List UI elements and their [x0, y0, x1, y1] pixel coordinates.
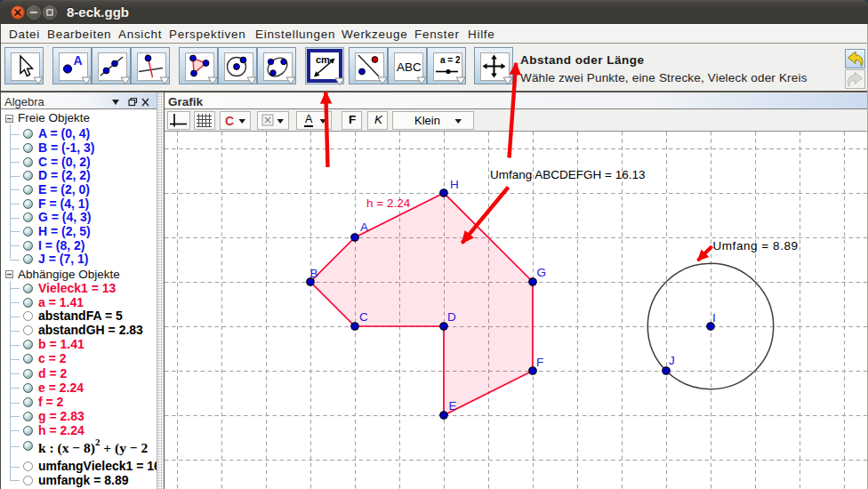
svg-text:B: B	[310, 267, 318, 280]
svg-text:G: G	[537, 266, 547, 279]
svg-text:ABC: ABC	[397, 60, 421, 74]
svg-text:C: C	[359, 310, 368, 324]
svg-text:Umfang = 8.89: Umfang = 8.89	[713, 239, 799, 253]
svg-text:I: I	[712, 311, 716, 325]
svg-text:A: A	[360, 220, 368, 234]
svg-text:a = 2: a = 2	[440, 55, 460, 65]
svg-text:H: H	[450, 178, 459, 191]
svg-text:h = 2.24: h = 2.24	[366, 196, 411, 210]
svg-text:J: J	[669, 354, 675, 367]
svg-text:D: D	[447, 310, 456, 324]
svg-text:cm: cm	[316, 54, 330, 65]
svg-text:A: A	[74, 53, 83, 68]
svg-text:E: E	[449, 399, 457, 413]
svg-text:Umfang ABCDEFGH = 16.13: Umfang ABCDEFGH = 16.13	[490, 168, 645, 181]
svg-text:F: F	[536, 356, 543, 369]
